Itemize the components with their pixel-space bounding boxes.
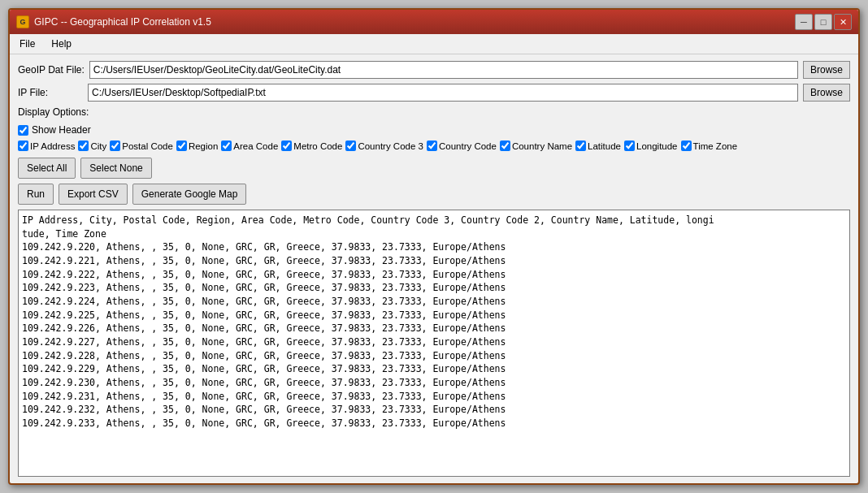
ip-input[interactable] bbox=[88, 84, 798, 102]
cb_lat-label[interactable]: Latitude bbox=[588, 141, 621, 151]
display-options-label: Display Options: bbox=[18, 106, 850, 118]
cb_metro-label[interactable]: Metro Code bbox=[293, 141, 342, 151]
ip-label: IP File: bbox=[18, 87, 83, 98]
cb_area-checkbox[interactable] bbox=[221, 141, 232, 151]
geoip-row: GeoIP Dat File: Browse bbox=[18, 61, 850, 79]
cb_ip-label[interactable]: IP Address bbox=[30, 141, 75, 151]
cb_cc2-checkbox[interactable] bbox=[427, 141, 437, 151]
output-text: IP Address, City, Postal Code, Region, A… bbox=[22, 214, 846, 430]
cb_lon-label[interactable]: Longitude bbox=[636, 141, 678, 151]
checkboxes-row: IP AddressCityPostal CodeRegionArea Code… bbox=[18, 141, 850, 151]
cb_postal-label[interactable]: Postal Code bbox=[122, 141, 173, 151]
checkbox-item-cb_cname: Country Name bbox=[500, 141, 572, 151]
menu-file[interactable]: File bbox=[16, 37, 38, 51]
checkbox-item-cb_metro: Metro Code bbox=[281, 141, 342, 151]
minimize-button[interactable]: ─ bbox=[795, 14, 813, 30]
cb_tz-checkbox[interactable] bbox=[681, 141, 692, 151]
content-area: GeoIP Dat File: Browse IP File: Browse D… bbox=[10, 54, 858, 483]
select-all-button[interactable]: Select All bbox=[18, 158, 76, 179]
select-buttons-row: Select All Select None bbox=[18, 158, 850, 179]
checkbox-item-cb_lat: Latitude bbox=[575, 141, 621, 151]
window-title: GIPC -- Geographical IP Correlation v1.5 bbox=[34, 16, 211, 28]
select-none-button[interactable]: Select None bbox=[80, 158, 151, 179]
show-header-checkbox[interactable] bbox=[18, 125, 28, 136]
close-button[interactable]: ✕ bbox=[834, 14, 852, 30]
maximize-button[interactable]: □ bbox=[814, 14, 832, 30]
cb_tz-label[interactable]: Time Zone bbox=[693, 141, 738, 151]
generate-map-button[interactable]: Generate Google Map bbox=[132, 184, 247, 205]
checkbox-item-cb_area: Area Code bbox=[221, 141, 278, 151]
output-area[interactable]: IP Address, City, Postal Code, Region, A… bbox=[18, 210, 850, 477]
cb_postal-checkbox[interactable] bbox=[110, 141, 120, 151]
cb_lon-checkbox[interactable] bbox=[624, 141, 635, 151]
title-bar: G GIPC -- Geographical IP Correlation v1… bbox=[10, 10, 858, 34]
checkbox-item-cb_postal: Postal Code bbox=[110, 141, 173, 151]
cb_metro-checkbox[interactable] bbox=[281, 141, 292, 151]
main-window: G GIPC -- Geographical IP Correlation v1… bbox=[8, 8, 860, 485]
cb_area-label[interactable]: Area Code bbox=[233, 141, 278, 151]
show-header-row: Show Header bbox=[18, 124, 850, 136]
geoip-browse-button[interactable]: Browse bbox=[803, 61, 850, 79]
cb_cname-label[interactable]: Country Name bbox=[512, 141, 572, 151]
cb_cc3-label[interactable]: Country Code 3 bbox=[358, 141, 423, 151]
cb_region-checkbox[interactable] bbox=[176, 141, 187, 151]
export-csv-button[interactable]: Export CSV bbox=[59, 184, 128, 205]
cb_cc3-checkbox[interactable] bbox=[345, 141, 356, 151]
geoip-label: GeoIP Dat File: bbox=[18, 64, 85, 76]
title-controls: ─ □ ✕ bbox=[795, 14, 852, 30]
checkbox-item-cb_city: City bbox=[78, 141, 106, 151]
checkbox-item-cb_tz: Time Zone bbox=[681, 141, 738, 151]
cb_region-label[interactable]: Region bbox=[189, 141, 218, 151]
checkbox-item-cb_lon: Longitude bbox=[624, 141, 678, 151]
ip-row: IP File: Browse bbox=[18, 84, 850, 102]
checkbox-item-cb_cc3: Country Code 3 bbox=[345, 141, 423, 151]
title-bar-left: G GIPC -- Geographical IP Correlation v1… bbox=[16, 15, 211, 28]
cb_ip-checkbox[interactable] bbox=[18, 141, 28, 151]
cb_cname-checkbox[interactable] bbox=[500, 141, 510, 151]
geoip-input[interactable] bbox=[89, 61, 798, 79]
run-section: Run Export CSV Generate Google Map bbox=[18, 184, 850, 205]
ip-browse-button[interactable]: Browse bbox=[803, 84, 850, 102]
checkbox-item-cb_region: Region bbox=[176, 141, 218, 151]
checkbox-item-cb_cc2: Country Code bbox=[427, 141, 497, 151]
cb_lat-checkbox[interactable] bbox=[575, 141, 586, 151]
show-header-label[interactable]: Show Header bbox=[32, 124, 91, 136]
menu-help[interactable]: Help bbox=[48, 37, 75, 51]
app-icon: G bbox=[16, 15, 29, 28]
cb_city-label[interactable]: City bbox=[90, 141, 106, 151]
checkbox-item-cb_ip: IP Address bbox=[18, 141, 75, 151]
run-button[interactable]: Run bbox=[18, 184, 54, 205]
menu-bar: File Help bbox=[10, 34, 858, 54]
cb_cc2-label[interactable]: Country Code bbox=[439, 141, 497, 151]
cb_city-checkbox[interactable] bbox=[78, 141, 89, 151]
